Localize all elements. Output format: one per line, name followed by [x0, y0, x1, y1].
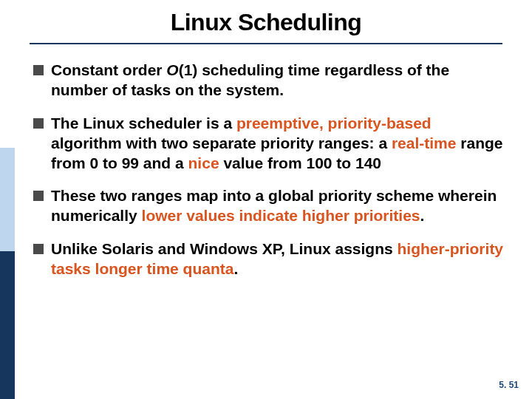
stripe-segment-mid [0, 148, 15, 251]
title-underline [30, 43, 502, 44]
bullet-item: Unlike Solaris and Windows XP, Linux ass… [33, 239, 506, 279]
text: (1) [179, 61, 198, 78]
bullet-item: The Linux scheduler is a preemptive, pri… [33, 114, 506, 174]
bullet-text: These two ranges map into a global prior… [51, 186, 506, 226]
bullet-item: Constant order O(1) scheduling time rega… [33, 61, 506, 100]
bullet-text: Constant order O(1) scheduling time rega… [51, 61, 506, 100]
text: value from 100 to 140 [219, 154, 381, 171]
bullet-text: The Linux scheduler is a preemptive, pri… [51, 114, 506, 174]
page-title: Linux Scheduling [0, 9, 532, 36]
text: . [420, 207, 425, 224]
bullet-item: These two ranges map into a global prior… [33, 186, 506, 226]
stripe-segment-bot [0, 251, 15, 399]
square-bullet-icon [33, 118, 44, 129]
highlight-text: real-time [392, 134, 457, 151]
text: Constant order [51, 61, 166, 78]
side-stripe [0, 0, 15, 399]
page-number: 5. 51 [499, 380, 519, 390]
highlight-text: preemptive, priority-based [236, 115, 432, 132]
text: Unlike Solaris and Windows XP, Linux ass… [51, 240, 398, 257]
text: . [233, 260, 238, 277]
highlight-text: nice [188, 154, 219, 171]
bullet-text: Unlike Solaris and Windows XP, Linux ass… [51, 239, 506, 279]
slide: Linux Scheduling Constant order O(1) sch… [0, 0, 532, 399]
highlight-text: lower values indicate higher priorities [142, 207, 420, 224]
square-bullet-icon [33, 244, 44, 254]
square-bullet-icon [33, 65, 44, 75]
content-area: Constant order O(1) scheduling time rega… [33, 61, 506, 293]
text: The Linux scheduler is a [51, 115, 236, 132]
text: algorithm with two separate priority ran… [51, 134, 392, 151]
italic-text: O [166, 61, 178, 78]
square-bullet-icon [33, 191, 44, 201]
